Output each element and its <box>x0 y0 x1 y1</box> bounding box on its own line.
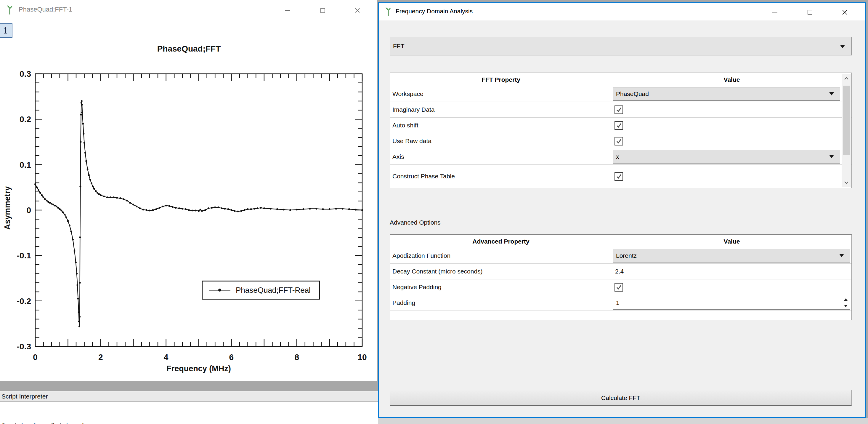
spin-up-icon[interactable] <box>841 296 850 303</box>
data-point-marker <box>39 192 41 194</box>
dropdown-value: x <box>616 153 619 160</box>
advanced-options-label: Advanced Options <box>390 219 441 226</box>
negative-padding-checkbox-checked[interactable] <box>615 283 623 292</box>
data-point-marker <box>175 207 177 209</box>
data-point-marker <box>214 207 216 208</box>
axis-dropdown[interactable]: x <box>613 150 840 163</box>
scroll-up-icon[interactable] <box>842 74 851 83</box>
construct-phase-table-checkbox-checked[interactable] <box>615 172 623 181</box>
data-point-marker <box>97 192 98 194</box>
y-tick-label: -0.1 <box>17 251 31 260</box>
property-row: WorkspacePhaseQuad <box>390 86 851 102</box>
spin-down-icon[interactable] <box>841 303 850 310</box>
data-point-marker <box>67 220 69 222</box>
data-point-marker <box>348 208 350 210</box>
data-point-marker <box>57 207 59 209</box>
property-name: Use Raw data <box>390 133 612 149</box>
dialog-titlebar[interactable]: Frequency Domain Analysis <box>379 3 865 21</box>
data-point-marker <box>43 196 44 198</box>
y-tick-label: 0.2 <box>20 115 31 124</box>
chart-legend[interactable]: PhaseQuad;FFT-Real <box>202 281 320 300</box>
data-point-marker <box>149 210 150 212</box>
data-point-marker <box>224 208 226 210</box>
scroll-down-icon[interactable] <box>842 178 851 187</box>
property-value-text[interactable]: 2.4 <box>615 268 624 275</box>
property-value-cell: Lorentz <box>612 248 851 264</box>
padding-spinbox[interactable]: 1 <box>613 296 850 310</box>
data-point-marker <box>355 209 356 211</box>
plot-window-controls <box>282 7 363 14</box>
data-point-marker <box>84 142 85 144</box>
column-header: Value <box>612 73 851 86</box>
data-point-marker <box>342 208 344 210</box>
data-point-marker <box>188 209 190 211</box>
minimize-icon[interactable] <box>769 8 781 16</box>
data-point-marker <box>116 197 118 199</box>
data-point-marker <box>56 206 58 207</box>
data-point-marker <box>80 141 82 143</box>
data-point-marker <box>211 207 213 209</box>
imaginary-data-checkbox-checked[interactable] <box>615 105 623 114</box>
maximize-icon[interactable] <box>804 8 815 16</box>
calculate-fft-button-label: Calculate FFT <box>601 394 640 401</box>
data-point-marker <box>76 273 78 275</box>
data-point-marker <box>106 196 108 198</box>
script-interpreter-title: Script Interpreter <box>1 393 48 400</box>
workspace-dropdown[interactable]: PhaseQuad <box>613 87 840 101</box>
data-point-marker <box>241 210 242 212</box>
script-interpreter-titlebar[interactable]: Script Interpreter <box>0 391 379 402</box>
figure-tab-label: 1 <box>3 26 8 35</box>
data-point-marker <box>62 212 64 213</box>
plot-window-titlebar[interactable]: PhaseQuad;FFT-1 <box>0 0 377 19</box>
property-value-cell: 2.4 <box>612 264 851 279</box>
scrollbar-thumb[interactable] <box>843 86 850 155</box>
data-point-marker <box>82 112 83 113</box>
property-row: Auto shift <box>390 118 851 133</box>
data-point-marker <box>276 208 278 210</box>
data-point-marker <box>103 195 105 197</box>
close-icon[interactable] <box>839 8 850 16</box>
data-point-marker <box>257 207 258 209</box>
algorithm-dropdown[interactable]: FFT <box>390 37 852 55</box>
use-raw-data-checkbox-checked[interactable] <box>615 137 623 146</box>
data-point-marker <box>123 198 124 200</box>
data-point-marker <box>79 237 81 238</box>
chevron-down-icon <box>839 254 844 257</box>
data-point-marker <box>92 185 94 187</box>
data-point-marker <box>110 196 111 198</box>
fft-table-scrollbar[interactable] <box>842 74 851 187</box>
apodization-function-dropdown[interactable]: Lorentz <box>613 249 850 263</box>
data-point-marker <box>83 133 84 134</box>
data-point-marker <box>70 231 72 232</box>
y-tick-label: 0.1 <box>20 160 31 170</box>
close-icon[interactable] <box>351 7 363 14</box>
property-name: Negative Padding <box>390 279 612 295</box>
dialog-window-controls <box>769 8 850 16</box>
minimize-icon[interactable] <box>282 7 293 14</box>
data-point-marker <box>129 202 131 204</box>
plot-frame <box>35 74 362 346</box>
data-point-marker <box>81 102 82 104</box>
data-point-marker <box>132 204 134 206</box>
x-tick-label: 4 <box>164 353 168 362</box>
background-area <box>378 418 868 424</box>
calculate-fft-button[interactable]: Calculate FFT <box>390 390 852 406</box>
data-point-marker <box>199 209 202 211</box>
property-row: Padding1 <box>390 295 851 311</box>
figure-tab-1[interactable]: 1 <box>0 23 12 38</box>
y-tick-label: 0 <box>26 206 31 215</box>
property-value-cell: x <box>612 149 851 164</box>
auto-shift-checkbox-checked[interactable] <box>615 121 623 130</box>
data-point-marker <box>315 208 317 210</box>
data-point-marker <box>87 168 89 170</box>
data-point-marker <box>126 200 128 202</box>
data-point-marker <box>89 179 91 180</box>
data-point-marker <box>270 208 272 210</box>
data-point-marker <box>65 217 67 218</box>
maximize-icon[interactable] <box>317 7 329 14</box>
column-header: FFT Property <box>390 73 612 86</box>
data-point-marker <box>85 160 87 162</box>
data-point-marker <box>247 208 249 210</box>
data-point-marker <box>64 214 65 215</box>
property-row: Axisx <box>390 149 851 165</box>
